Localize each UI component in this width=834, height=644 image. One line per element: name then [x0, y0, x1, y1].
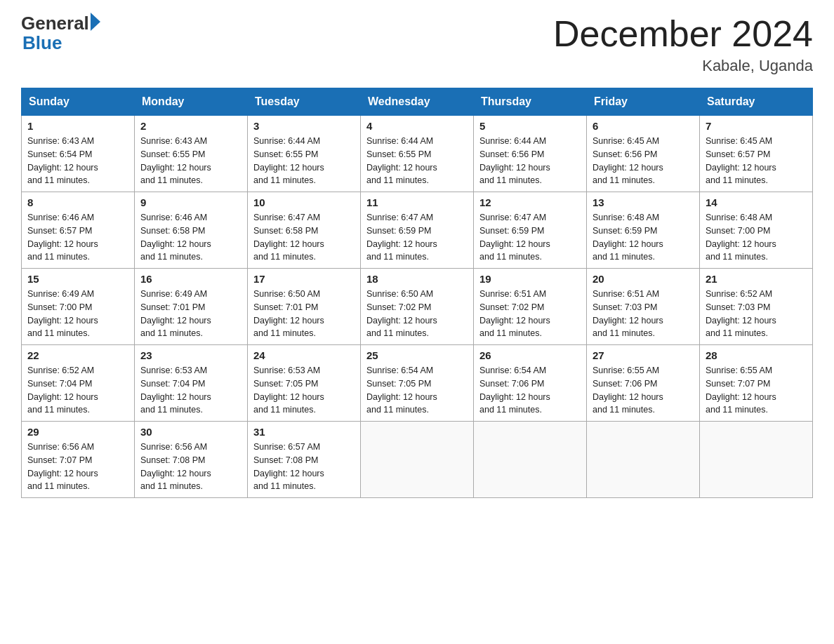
month-title: December 2024	[553, 14, 813, 54]
day-cell-16: 16Sunrise: 6:49 AMSunset: 7:01 PMDayligh…	[135, 269, 248, 345]
day-cell-24: 24Sunrise: 6:53 AMSunset: 7:05 PMDayligh…	[248, 345, 361, 422]
day-info: Sunrise: 6:43 AMSunset: 6:55 PMDaylight:…	[140, 135, 241, 187]
day-info: Sunrise: 6:55 AMSunset: 7:06 PMDaylight:…	[593, 364, 694, 417]
day-number: 21	[706, 273, 807, 285]
day-info: Sunrise: 6:54 AMSunset: 7:05 PMDaylight:…	[366, 364, 468, 417]
week-row-2: 8Sunrise: 6:46 AMSunset: 6:57 PMDaylight…	[22, 192, 813, 269]
day-number: 24	[253, 349, 355, 361]
day-cell-3: 3Sunrise: 6:44 AMSunset: 6:55 PMDaylight…	[248, 116, 361, 192]
header-row: SundayMondayTuesdayWednesdayThursdayFrid…	[22, 88, 813, 116]
day-cell-22: 22Sunrise: 6:52 AMSunset: 7:04 PMDayligh…	[22, 345, 135, 422]
day-number: 10	[253, 196, 355, 208]
day-cell-1: 1Sunrise: 6:43 AMSunset: 6:54 PMDaylight…	[22, 116, 135, 192]
day-cell-11: 11Sunrise: 6:47 AMSunset: 6:59 PMDayligh…	[361, 192, 474, 269]
day-info: Sunrise: 6:50 AMSunset: 7:01 PMDaylight:…	[253, 288, 355, 340]
day-number: 3	[253, 120, 355, 132]
day-info: Sunrise: 6:46 AMSunset: 6:57 PMDaylight:…	[27, 211, 128, 264]
logo-arrow-icon	[91, 13, 100, 31]
day-number: 14	[706, 196, 807, 208]
logo-general-text: General	[21, 14, 89, 32]
day-number: 22	[27, 349, 128, 361]
day-number: 1	[27, 120, 128, 132]
day-number: 5	[479, 120, 581, 132]
day-cell-30: 30Sunrise: 6:56 AMSunset: 7:08 PMDayligh…	[135, 422, 248, 498]
day-number: 29	[27, 426, 128, 438]
day-info: Sunrise: 6:47 AMSunset: 6:58 PMDaylight:…	[253, 211, 355, 264]
col-header-saturday: Saturday	[700, 88, 813, 116]
logo: General Blue	[21, 14, 100, 54]
day-info: Sunrise: 6:48 AMSunset: 7:00 PMDaylight:…	[706, 211, 807, 264]
day-cell-25: 25Sunrise: 6:54 AMSunset: 7:05 PMDayligh…	[361, 345, 474, 422]
day-cell-13: 13Sunrise: 6:48 AMSunset: 6:59 PMDayligh…	[587, 192, 700, 269]
day-info: Sunrise: 6:47 AMSunset: 6:59 PMDaylight:…	[479, 211, 581, 264]
day-info: Sunrise: 6:44 AMSunset: 6:55 PMDaylight:…	[366, 135, 468, 187]
day-cell-19: 19Sunrise: 6:51 AMSunset: 7:02 PMDayligh…	[474, 269, 587, 345]
day-info: Sunrise: 6:47 AMSunset: 6:59 PMDaylight:…	[366, 211, 468, 264]
day-number: 4	[366, 120, 468, 132]
day-info: Sunrise: 6:46 AMSunset: 6:58 PMDaylight:…	[140, 211, 241, 264]
col-header-monday: Monday	[135, 88, 248, 116]
day-info: Sunrise: 6:52 AMSunset: 7:03 PMDaylight:…	[706, 288, 807, 340]
page-header: General Blue December 2024 Kabale, Ugand…	[21, 14, 813, 75]
day-number: 18	[366, 273, 468, 285]
day-info: Sunrise: 6:57 AMSunset: 7:08 PMDaylight:…	[253, 441, 355, 493]
day-number: 2	[140, 120, 241, 132]
day-number: 17	[253, 273, 355, 285]
day-number: 13	[593, 196, 694, 208]
day-info: Sunrise: 6:44 AMSunset: 6:55 PMDaylight:…	[253, 135, 355, 187]
day-cell-29: 29Sunrise: 6:56 AMSunset: 7:07 PMDayligh…	[22, 422, 135, 498]
empty-cell	[700, 422, 813, 498]
day-number: 11	[366, 196, 468, 208]
day-cell-12: 12Sunrise: 6:47 AMSunset: 6:59 PMDayligh…	[474, 192, 587, 269]
day-number: 8	[27, 196, 128, 208]
day-info: Sunrise: 6:49 AMSunset: 7:01 PMDaylight:…	[140, 288, 241, 340]
col-header-tuesday: Tuesday	[248, 88, 361, 116]
day-number: 28	[706, 349, 807, 361]
day-info: Sunrise: 6:56 AMSunset: 7:08 PMDaylight:…	[140, 441, 241, 493]
day-number: 15	[27, 273, 128, 285]
day-cell-15: 15Sunrise: 6:49 AMSunset: 7:00 PMDayligh…	[22, 269, 135, 345]
col-header-sunday: Sunday	[22, 88, 135, 116]
day-cell-14: 14Sunrise: 6:48 AMSunset: 7:00 PMDayligh…	[700, 192, 813, 269]
day-number: 30	[140, 426, 241, 438]
day-number: 25	[366, 349, 468, 361]
day-number: 27	[593, 349, 694, 361]
day-number: 20	[593, 273, 694, 285]
day-number: 26	[479, 349, 581, 361]
day-cell-18: 18Sunrise: 6:50 AMSunset: 7:02 PMDayligh…	[361, 269, 474, 345]
week-row-3: 15Sunrise: 6:49 AMSunset: 7:00 PMDayligh…	[22, 269, 813, 345]
day-info: Sunrise: 6:51 AMSunset: 7:02 PMDaylight:…	[479, 288, 581, 340]
title-block: December 2024 Kabale, Uganda	[553, 14, 813, 75]
empty-cell	[474, 422, 587, 498]
day-cell-4: 4Sunrise: 6:44 AMSunset: 6:55 PMDaylight…	[361, 116, 474, 192]
day-number: 23	[140, 349, 241, 361]
day-info: Sunrise: 6:49 AMSunset: 7:00 PMDaylight:…	[27, 288, 128, 340]
day-info: Sunrise: 6:43 AMSunset: 6:54 PMDaylight:…	[27, 135, 128, 187]
day-info: Sunrise: 6:50 AMSunset: 7:02 PMDaylight:…	[366, 288, 468, 340]
col-header-friday: Friday	[587, 88, 700, 116]
day-cell-27: 27Sunrise: 6:55 AMSunset: 7:06 PMDayligh…	[587, 345, 700, 422]
location-text: Kabale, Uganda	[553, 57, 813, 75]
day-number: 19	[479, 273, 581, 285]
day-cell-21: 21Sunrise: 6:52 AMSunset: 7:03 PMDayligh…	[700, 269, 813, 345]
col-header-wednesday: Wednesday	[361, 88, 474, 116]
week-row-5: 29Sunrise: 6:56 AMSunset: 7:07 PMDayligh…	[22, 422, 813, 498]
day-info: Sunrise: 6:48 AMSunset: 6:59 PMDaylight:…	[593, 211, 694, 264]
day-cell-8: 8Sunrise: 6:46 AMSunset: 6:57 PMDaylight…	[22, 192, 135, 269]
day-info: Sunrise: 6:53 AMSunset: 7:04 PMDaylight:…	[140, 364, 241, 417]
day-cell-31: 31Sunrise: 6:57 AMSunset: 7:08 PMDayligh…	[248, 422, 361, 498]
day-info: Sunrise: 6:45 AMSunset: 6:57 PMDaylight:…	[706, 135, 807, 187]
empty-cell	[587, 422, 700, 498]
col-header-thursday: Thursday	[474, 88, 587, 116]
day-info: Sunrise: 6:53 AMSunset: 7:05 PMDaylight:…	[253, 364, 355, 417]
week-row-4: 22Sunrise: 6:52 AMSunset: 7:04 PMDayligh…	[22, 345, 813, 422]
day-number: 16	[140, 273, 241, 285]
day-number: 6	[593, 120, 694, 132]
day-cell-23: 23Sunrise: 6:53 AMSunset: 7:04 PMDayligh…	[135, 345, 248, 422]
logo-blue-text: Blue	[22, 32, 62, 53]
day-cell-28: 28Sunrise: 6:55 AMSunset: 7:07 PMDayligh…	[700, 345, 813, 422]
day-number: 31	[253, 426, 355, 438]
day-info: Sunrise: 6:51 AMSunset: 7:03 PMDaylight:…	[593, 288, 694, 340]
day-cell-26: 26Sunrise: 6:54 AMSunset: 7:06 PMDayligh…	[474, 345, 587, 422]
day-number: 7	[706, 120, 807, 132]
